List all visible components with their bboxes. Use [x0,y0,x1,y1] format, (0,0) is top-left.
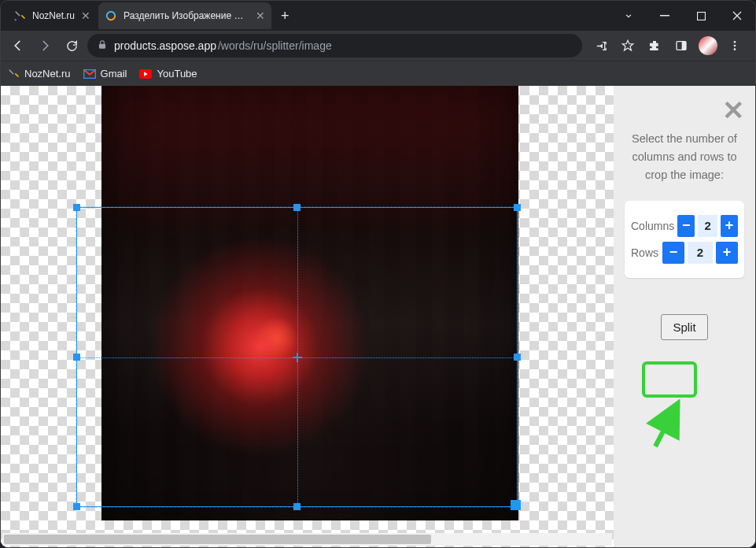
share-icon[interactable] [590,35,612,57]
split-button[interactable]: Split [661,314,707,340]
panel-instructions: Select the number of columns and rows to… [625,130,744,185]
menu-icon[interactable] [724,35,746,57]
image-canvas[interactable] [1,86,614,547]
lock-icon [97,39,108,53]
profile-avatar[interactable] [697,35,719,57]
svg-point-9 [734,45,736,47]
columns-label: Columns [631,220,674,232]
close-icon[interactable]: ✕ [81,9,90,22]
horizontal-scrollbar[interactable] [2,533,612,546]
close-window-button[interactable] [719,1,755,31]
columns-minus-button[interactable]: − [677,215,695,237]
maximize-button[interactable] [683,1,719,31]
gmail-icon [83,68,96,80]
aspose-icon [105,9,117,22]
scrollbar-thumb[interactable] [4,535,431,544]
crop-handle[interactable] [73,204,80,211]
rows-minus-button[interactable]: − [662,242,684,264]
minimize-button[interactable] [647,1,683,31]
svg-point-0 [15,19,17,20]
window-titlebar: NozNet.ru ✕ Разделить Изображение На Час… [1,1,755,31]
bookmark-label: NozNet.ru [24,68,71,80]
chevron-down-icon[interactable] [610,1,647,31]
forward-button[interactable] [34,35,56,57]
svg-rect-7 [682,42,686,50]
wrench-icon [7,68,20,80]
grid-controls: Columns − 2 + Rows − 2 + [625,201,744,278]
svg-point-10 [734,48,736,50]
page-viewport: ✕ Select the number of columns and rows … [1,86,755,547]
window-controls [610,1,755,31]
browser-tab-1[interactable]: NozNet.ru ✕ [7,2,97,29]
url-path: /words/ru/splitter/image [218,39,332,52]
uploaded-image [101,86,518,520]
star-icon[interactable] [617,35,639,57]
address-bar: products.aspose.app/words/ru/splitter/im… [1,31,755,61]
svg-rect-3 [660,15,669,17]
crop-handle[interactable] [73,503,80,510]
svg-point-8 [734,41,736,43]
tab-label: Разделить Изображение На Час [124,10,249,21]
rows-value: 2 [688,242,713,264]
url-host: products.aspose.app [114,39,216,52]
crop-handle[interactable] [73,354,80,361]
close-panel-button[interactable]: ✕ [722,97,744,124]
tab-label: NozNet.ru [32,10,75,21]
url-input[interactable]: products.aspose.app/words/ru/splitter/im… [87,34,582,57]
extensions-icon[interactable] [644,35,666,57]
bookmark-noznet[interactable]: NozNet.ru [7,68,71,80]
browser-tab-2[interactable]: Разделить Изображение На Час ✕ [98,2,271,29]
svg-rect-4 [697,12,705,20]
bookmark-label: Gmail [101,68,127,80]
bookmark-gmail[interactable]: Gmail [83,68,127,80]
settings-panel: ✕ Select the number of columns and rows … [614,86,755,547]
new-tab-button[interactable]: + [281,8,289,24]
rows-plus-button[interactable]: + [716,242,738,264]
bookmark-label: YouTube [157,68,197,80]
sidepanel-icon[interactable] [670,35,692,57]
columns-plus-button[interactable]: + [721,215,738,237]
rows-label: Rows [631,246,659,259]
youtube-icon [139,68,152,80]
columns-value: 2 [698,215,717,237]
reload-button[interactable] [61,35,83,57]
wrench-icon [13,9,26,22]
close-icon[interactable]: ✕ [256,9,265,22]
bookmarks-bar: NozNet.ru Gmail YouTube [1,61,755,86]
svg-rect-5 [99,43,105,48]
back-button[interactable] [7,35,29,57]
bookmark-youtube[interactable]: YouTube [139,68,197,80]
